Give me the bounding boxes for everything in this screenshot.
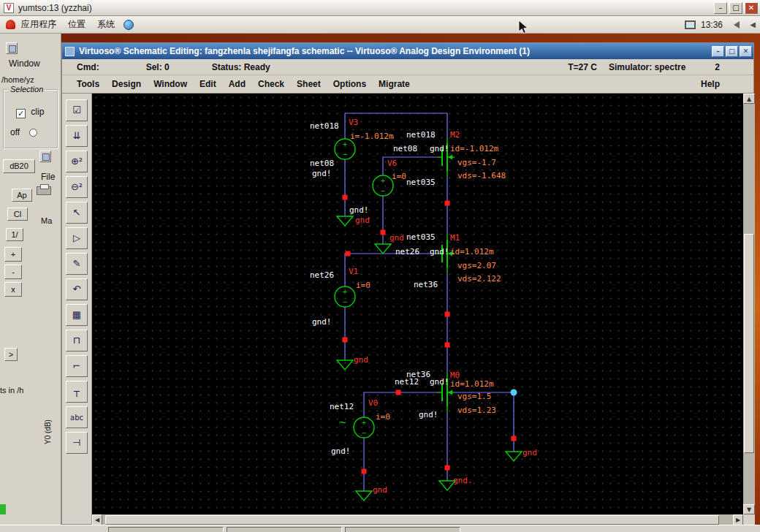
net-label[interactable]: net018	[406, 130, 436, 140]
browser-launcher-icon[interactable]	[123, 20, 134, 30]
annotation-name[interactable]: gnd	[355, 216, 370, 225]
menu-design[interactable]: Design	[112, 79, 141, 89]
net-label[interactable]: net035	[406, 232, 436, 242]
annotation-name[interactable]: V3	[349, 118, 358, 127]
reciprocal-button[interactable]: 1/	[6, 228, 23, 241]
net-label[interactable]: gnd!	[430, 377, 449, 387]
net-label[interactable]: net018	[310, 121, 339, 131]
check-save-button[interactable]: ☑	[66, 99, 88, 121]
mag-label[interactable]: Ma	[41, 216, 52, 225]
clip-checkbox-row[interactable]: ✓ clip	[16, 107, 44, 118]
annotation-name[interactable]: gnd	[373, 485, 387, 495]
volume-applet-icon[interactable]	[730, 21, 740, 28]
vnc-titlebar[interactable]: V yumtso:13 (yzzhai) – □ ✕	[0, 0, 760, 16]
annotation-name[interactable]: gnd	[390, 233, 404, 243]
display-applet-icon[interactable]	[685, 20, 696, 29]
calculator-window-icon[interactable]	[39, 151, 51, 162]
plus-button[interactable]: +	[4, 247, 22, 262]
horizontal-scroll-thumb[interactable]	[105, 515, 719, 525]
calculator-file-menu[interactable]: File	[41, 172, 55, 182]
annotation-value[interactable]: id=-1.012m	[450, 144, 498, 153]
annotation-value[interactable]: vds=-1.648	[457, 171, 506, 180]
undo-button[interactable]: ↶	[66, 278, 88, 300]
multiply-button[interactable]: x	[4, 282, 22, 297]
annotation-name[interactable]: gnd.	[453, 476, 473, 485]
wire-bus-button[interactable]: ┬	[66, 381, 88, 403]
vertical-scroll-thumb[interactable]	[744, 234, 754, 453]
panel-hide-arrow-icon[interactable]: ◀	[747, 18, 759, 32]
off-radio[interactable]	[29, 129, 37, 137]
net-label[interactable]: gnd!	[312, 317, 332, 327]
vertical-scrollbar[interactable]: ▲ ▼	[743, 94, 755, 514]
annotation-name[interactable]: gnd	[522, 448, 537, 457]
net-label[interactable]: net12	[395, 377, 419, 387]
menu-window[interactable]: Window	[153, 79, 187, 89]
wire-narrow-button[interactable]: ⌐	[66, 355, 88, 377]
annotation-name[interactable]: M1	[450, 233, 460, 243]
expand-button[interactable]: >	[4, 348, 18, 361]
horizontal-scrollbar[interactable]: ◀ ▶	[92, 514, 743, 525]
menu-add[interactable]: Add	[229, 79, 246, 89]
net-label[interactable]: net26	[310, 270, 334, 280]
stretch-button[interactable]: ↖	[66, 202, 88, 224]
scroll-down-arrow[interactable]: ▼	[743, 504, 755, 514]
net-label[interactable]: net08	[393, 144, 417, 153]
annotation-name[interactable]: V1	[349, 267, 358, 276]
scroll-left-arrow[interactable]: ◀	[92, 514, 102, 525]
menu-tools[interactable]: Tools	[77, 79, 99, 89]
pin-button[interactable]: ⊣	[66, 432, 88, 454]
minus-button[interactable]: -	[4, 265, 22, 279]
clear-button[interactable]: Cl	[7, 208, 28, 221]
vnc-minimize-button[interactable]: –	[714, 2, 727, 14]
net-label[interactable]: gnd!	[312, 169, 332, 178]
clip-checkbox[interactable]: ✓	[16, 109, 26, 118]
window-minimize-button[interactable]: –	[712, 46, 724, 57]
annotation-name[interactable]: M2	[450, 130, 460, 140]
db20-dropdown[interactable]: dB20	[3, 159, 35, 173]
annotation-value[interactable]: vds=1.23	[457, 406, 496, 415]
net-label[interactable]: net12	[330, 402, 354, 411]
scroll-up-arrow[interactable]: ▲	[743, 94, 755, 104]
scroll-right-arrow[interactable]: ▶	[733, 514, 743, 525]
panel-menu-places[interactable]: 位置	[68, 18, 86, 31]
instance-button[interactable]: ▦	[66, 304, 88, 326]
menu-options[interactable]: Options	[333, 79, 366, 89]
menu-sheet[interactable]: Sheet	[297, 79, 321, 89]
printer-icon[interactable]	[37, 186, 51, 195]
schematic-canvas[interactable]: +−+−+−+−~ net018net08gnd!gnd!net018net08…	[92, 94, 743, 514]
menu-migrate[interactable]: Migrate	[379, 79, 410, 89]
menu-help[interactable]: Help	[701, 79, 720, 89]
annotation-value[interactable]: vds=2.122	[457, 274, 501, 284]
delete-button[interactable]: ✎	[66, 253, 88, 275]
annotation-name[interactable]: gnd	[354, 355, 368, 365]
net-label[interactable]: net035	[406, 178, 436, 187]
net-label[interactable]: gnd!	[331, 446, 351, 456]
net-label[interactable]: net36	[414, 280, 438, 289]
net-label[interactable]: net26	[395, 247, 419, 256]
menu-check[interactable]: Check	[258, 79, 284, 89]
annotation-value[interactable]: i=-1.012m	[350, 132, 394, 141]
panel-menu-applications[interactable]: 应用程序	[21, 18, 56, 31]
net-label[interactable]: net08	[310, 159, 334, 168]
annotation-value[interactable]: i=0	[356, 281, 370, 290]
annotation-value[interactable]: vgs=2.07	[457, 261, 496, 270]
off-radio-row[interactable]: off	[10, 127, 37, 137]
vnc-close-button[interactable]: ✕	[745, 2, 758, 14]
annotation-value[interactable]: i=0	[392, 172, 406, 181]
panel-clock[interactable]: 13:36	[701, 20, 723, 30]
net-label[interactable]: gnd!	[349, 205, 369, 215]
annotation-value[interactable]: vgs=1.5	[457, 392, 491, 401]
window-close-button[interactable]: ✕	[740, 46, 752, 57]
vnc-maximize-button[interactable]: □	[729, 2, 742, 14]
annotation-name[interactable]: V0	[368, 398, 378, 408]
net-label[interactable]: gnd!	[419, 410, 438, 419]
copy-button[interactable]: ▷	[66, 227, 88, 249]
taskbar-window-button[interactable]	[227, 527, 342, 532]
annotation-value[interactable]: id=1.012m	[450, 379, 494, 389]
panel-menu-system[interactable]: 系统	[97, 18, 115, 31]
descend-button[interactable]: ⇊	[66, 125, 88, 147]
taskbar-window-button[interactable]	[345, 527, 460, 532]
wire-label-button[interactable]: abc	[66, 406, 88, 428]
wire-wide-button[interactable]: ⊓	[66, 330, 88, 352]
zoom-out-button[interactable]: ⊖²	[66, 176, 88, 198]
